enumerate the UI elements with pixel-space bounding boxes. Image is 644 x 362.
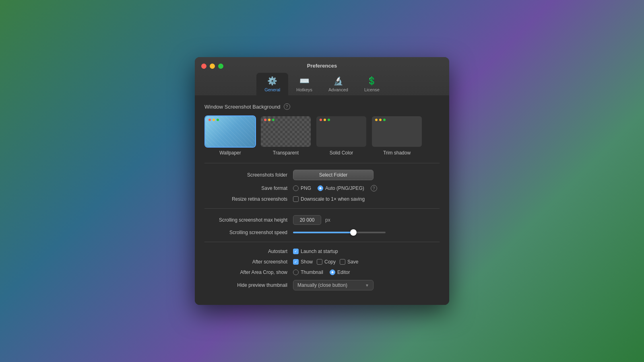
dot-green: [383, 119, 386, 121]
background-options: Wallpaper Transparent: [204, 115, 440, 156]
bg-preview-trim: [371, 115, 423, 148]
microscope-icon: 🔬: [333, 76, 343, 86]
trim-thumbnail: [372, 116, 422, 147]
preview-dots-trim: [375, 119, 386, 121]
bg-label-transparent: Transparent: [273, 150, 299, 156]
tab-advanced[interactable]: 🔬 Advanced: [320, 73, 356, 95]
bg-preview-transparent: [260, 115, 312, 148]
after-area-crop-content: Thumbnail Editor: [293, 269, 440, 275]
after-crop-thumbnail-radio[interactable]: [293, 269, 299, 275]
autostart-checkbox[interactable]: [293, 249, 299, 254]
tab-general-label: General: [264, 87, 280, 92]
bg-preview-wallpaper: [204, 115, 256, 148]
after-screenshot-label: After screenshot: [204, 259, 293, 265]
scrolling-speed-label: Scrolling screenshot speed: [204, 230, 293, 235]
dot-yellow: [324, 119, 326, 121]
select-folder-button[interactable]: Select Folder: [293, 170, 374, 180]
radio-png-input[interactable]: [293, 185, 299, 191]
dot-yellow2: [379, 119, 382, 121]
after-copy-label: Copy: [324, 259, 336, 265]
radio-auto-input[interactable]: [318, 185, 323, 191]
save-format-content: PNG Auto (PNG/JPEG) ?: [293, 185, 440, 191]
preview-dots-solid: [320, 119, 330, 121]
after-save-item[interactable]: Save: [340, 259, 358, 265]
bg-preview-solid: [316, 115, 367, 148]
autostart-row: Autostart Launch at startup: [204, 249, 440, 254]
keyboard-icon: ⌨️: [299, 76, 310, 86]
slider-thumb[interactable]: [350, 229, 357, 236]
preview-dots-transparent: [264, 119, 275, 121]
resize-retina-row: Resize retina screenshots Downscale to 1…: [204, 196, 440, 202]
bg-option-trim[interactable]: Trim shadow: [371, 115, 423, 156]
scrolling-speed-slider[interactable]: [293, 232, 386, 233]
screenshots-folder-row: Screenshots folder Select Folder: [204, 170, 440, 180]
after-crop-editor-label: Editor: [337, 269, 350, 275]
tab-bar: ⚙️ General ⌨️ Hotkeys 🔬 Advanced 💲 Licen…: [256, 73, 388, 95]
tab-hotkeys-label: Hotkeys: [296, 87, 312, 92]
bg-option-transparent[interactable]: Transparent: [260, 115, 312, 156]
after-crop-editor-radio[interactable]: [330, 269, 335, 275]
divider-1: [204, 163, 440, 163]
hide-thumbnail-dropdown[interactable]: Manually (close button) ▼: [293, 280, 374, 290]
resize-retina-checkbox[interactable]: [293, 196, 299, 202]
autostart-checkbox-label: Launch at startup: [301, 249, 338, 254]
bg-option-solid[interactable]: Solid Color: [316, 115, 367, 156]
autostart-checkbox-item[interactable]: Launch at startup: [293, 249, 338, 254]
divider-3: [204, 242, 440, 242]
dot-green: [328, 119, 330, 121]
after-save-checkbox[interactable]: [340, 259, 345, 265]
bg-label-wallpaper: Wallpaper: [219, 150, 241, 156]
bg-label-trim: Trim shadow: [383, 150, 411, 156]
transparent-thumbnail: [261, 116, 311, 147]
scrolling-speed-slider-container: [293, 232, 440, 233]
bg-option-wallpaper[interactable]: Wallpaper: [204, 115, 256, 156]
screenshots-folder-label: Screenshots folder: [204, 172, 293, 178]
dot-yellow: [375, 119, 378, 121]
after-copy-item[interactable]: Copy: [317, 259, 336, 265]
titlebar: Preferences ⚙️ General ⌨️ Hotkeys 🔬 Adva…: [195, 57, 449, 95]
dot-red: [264, 119, 266, 121]
resize-retina-checkbox-label: Downscale to 1× when saving: [301, 196, 365, 202]
preferences-window: Preferences ⚙️ General ⌨️ Hotkeys 🔬 Adva…: [195, 57, 449, 305]
minimize-button[interactable]: [210, 64, 215, 69]
after-crop-editor[interactable]: Editor: [330, 269, 350, 275]
slider-fill: [293, 232, 353, 233]
after-screenshot-content: Show Copy Save: [293, 259, 440, 265]
bg-label-solid: Solid Color: [330, 150, 353, 156]
dot-red: [320, 119, 322, 121]
content-area: Window Screenshot Background ? Wallpaper: [195, 95, 449, 305]
scrolling-height-content: px: [293, 215, 440, 225]
tab-general[interactable]: ⚙️ General: [256, 73, 288, 95]
after-show-item[interactable]: Show: [293, 259, 313, 265]
scrolling-speed-content: [293, 232, 440, 233]
close-button[interactable]: [201, 64, 206, 69]
tab-advanced-label: Advanced: [328, 87, 348, 92]
hide-thumbnail-value: Manually (close button): [297, 282, 347, 288]
scrolling-speed-row: Scrolling screenshot speed: [204, 230, 440, 235]
after-show-checkbox[interactable]: [293, 259, 299, 265]
help-icon[interactable]: ?: [284, 103, 290, 110]
after-area-crop-radio-group: Thumbnail Editor: [293, 269, 350, 275]
radio-png-label: PNG: [301, 185, 311, 191]
scrolling-height-label: Scrolling screenshot max height: [204, 217, 293, 223]
resize-retina-label: Resize retina screenshots: [204, 196, 293, 202]
resize-retina-checkbox-item[interactable]: Downscale to 1× when saving: [293, 196, 365, 202]
hide-thumbnail-row: Hide preview thumbnail Manually (close b…: [204, 280, 440, 290]
solid-thumbnail: [316, 116, 366, 147]
tab-license[interactable]: 💲 License: [356, 73, 388, 95]
dot-yellow: [268, 119, 270, 121]
window-controls: [201, 64, 223, 69]
tab-hotkeys[interactable]: ⌨️ Hotkeys: [288, 73, 320, 95]
preview-dots-wallpaper: [208, 119, 219, 121]
dropdown-arrow-icon: ▼: [365, 283, 369, 288]
radio-auto[interactable]: Auto (PNG/JPEG): [318, 185, 364, 191]
radio-auto-label: Auto (PNG/JPEG): [325, 185, 364, 191]
scrolling-height-input[interactable]: [293, 215, 321, 225]
save-format-help-icon[interactable]: ?: [371, 185, 377, 191]
gear-icon: ⚙️: [267, 76, 277, 86]
radio-png[interactable]: PNG: [293, 185, 311, 191]
wallpaper-thumbnail: [205, 116, 255, 147]
maximize-button[interactable]: [218, 64, 223, 69]
after-copy-checkbox[interactable]: [317, 259, 322, 265]
after-crop-thumbnail[interactable]: Thumbnail: [293, 269, 323, 275]
